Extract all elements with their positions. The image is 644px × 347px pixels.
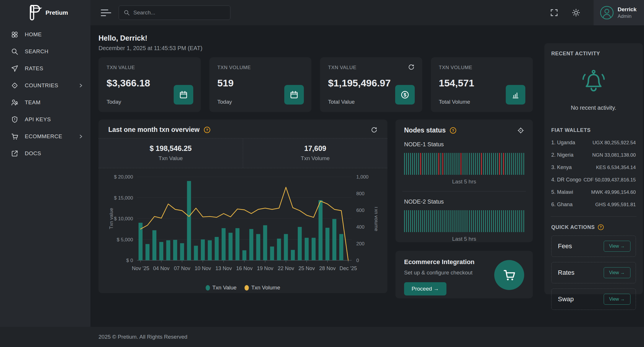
wallet-country: 5. Malawi: [551, 189, 573, 195]
svg-text:04 Nov: 04 Nov: [153, 266, 170, 271]
stat-label: TXN VALUE: [107, 65, 193, 71]
stat-card-txn-volume-today: TXN VOLUME 519 Today: [209, 57, 312, 112]
theme-sun-icon[interactable]: [572, 8, 580, 17]
svg-text:16 Nov: 16 Nov: [236, 266, 253, 271]
quick-actions-label: QUICK ACTIONS: [551, 224, 595, 230]
svg-text:Txn volume: Txn volume: [374, 206, 378, 231]
fullscreen-icon[interactable]: [550, 8, 558, 17]
help-icon[interactable]: [204, 126, 211, 133]
brand-name: Pretium: [46, 9, 68, 16]
wallet-row: 3. KenyaKES 6,534,354.14: [551, 164, 636, 170]
wallet-list: 1. UgandaUGX 80,255,922.54 2. NigeriaNGN…: [551, 140, 636, 208]
stat-card-txn-value-today: TXN VALUE $3,366.18 Today: [99, 57, 201, 112]
user-menu[interactable]: Derrick Admin: [594, 0, 644, 25]
view-swap-button[interactable]: View →: [604, 294, 630, 305]
sidebar-item-home[interactable]: HOME: [0, 26, 90, 43]
sidebar-item-label: API KEYS: [25, 116, 51, 123]
sidebar: Pretium HOME SEARCH RATES COUNTRIES: [0, 0, 90, 327]
svg-text:200: 200: [356, 241, 364, 246]
wallet-country: 1. Uganda: [551, 140, 575, 146]
menu-toggle-icon[interactable]: [101, 10, 111, 16]
view-rates-button[interactable]: View →: [604, 267, 630, 278]
chart-summary: $ 198,546.25 Txn Value 17,609 Txn Volume: [99, 138, 387, 168]
svg-text:13 Nov: 13 Nov: [215, 266, 232, 271]
sidebar-item-countries[interactable]: COUNTRIES: [0, 77, 90, 94]
legend-label: Txn Value: [212, 285, 236, 291]
svg-text:Txn value: Txn value: [109, 208, 114, 229]
wallet-country: 2. Nigeria: [551, 152, 573, 158]
svg-text:800: 800: [356, 191, 364, 196]
brand-logo[interactable]: Pretium: [0, 0, 90, 25]
wallet-amount: MWK 49,996,154.60: [591, 189, 636, 195]
sidebar-item-label: ECOMMERCE: [25, 133, 62, 140]
proceed-button[interactable]: Proceed →: [404, 282, 446, 295]
sidebar-item-label: TEAM: [25, 99, 41, 106]
content: Hello, Derrick! December 1, 2025 at 11:4…: [90, 25, 644, 327]
sidebar-item-label: RATES: [25, 65, 43, 72]
sidebar-item-ecommerce[interactable]: ECOMMERCE: [0, 128, 90, 145]
quick-action-rates: Rates View →: [551, 262, 636, 283]
copyright-text: 2025 © Pretium. All Rights Reserved: [99, 334, 187, 340]
shield-icon: [11, 116, 18, 123]
node-1-label: NODE-1 Status: [404, 141, 524, 148]
stat-label: TXN VALUE: [328, 65, 414, 71]
topbar: Derrick Admin: [90, 0, 644, 25]
svg-text:$ 0: $ 0: [126, 258, 133, 263]
svg-text:22 Nov: 22 Nov: [278, 266, 294, 271]
sidebar-item-docs[interactable]: DOCS: [0, 145, 90, 162]
summary-label: Txn Value: [99, 155, 243, 162]
quick-action-label: Swap: [558, 295, 574, 303]
refresh-icon[interactable]: [371, 126, 378, 133]
svg-text:0: 0: [356, 258, 359, 263]
crosshair-icon[interactable]: [517, 127, 524, 134]
sidebar-item-api-keys[interactable]: API KEYS: [0, 111, 90, 128]
grid-icon: [11, 31, 18, 38]
svg-text:10 Nov: 10 Nov: [195, 266, 211, 271]
node-1-status-strip: [404, 153, 524, 175]
refresh-icon[interactable]: [408, 64, 415, 71]
svg-text:600: 600: [356, 208, 364, 213]
footer: 2025 © Pretium. All Rights Reserved: [0, 327, 644, 347]
calendar-icon: [174, 85, 193, 105]
stat-label: TXN VOLUME: [439, 65, 525, 71]
stat-card-txn-volume-total: TXN VOLUME 154,571 Total Volume: [431, 57, 533, 112]
search-box: [119, 5, 230, 20]
sidebar-item-team[interactable]: TEAM: [0, 94, 90, 111]
pretium-logo-icon: [26, 3, 42, 22]
help-icon[interactable]: [598, 224, 604, 230]
stat-caption: Today: [107, 99, 121, 105]
sidebar-item-search[interactable]: SEARCH: [0, 43, 90, 60]
svg-text:19 Nov: 19 Nov: [257, 266, 273, 271]
svg-text:28 Nov: 28 Nov: [319, 266, 336, 271]
view-fees-button[interactable]: View →: [604, 241, 630, 252]
wallet-row: 5. MalawiMWK 49,996,154.60: [551, 189, 636, 195]
wallet-amount: KES 6,534,354.14: [596, 165, 636, 170]
summary-txn-value: $ 198,546.25: [99, 144, 243, 153]
diamond-move-icon: [11, 82, 18, 89]
external-link-icon: [11, 150, 18, 157]
wallet-amount: UGX 80,255,922.54: [592, 140, 636, 146]
calendar-icon: [284, 85, 304, 105]
node-1-caption: Last 5 hrs: [404, 179, 524, 185]
bar-chart-icon: [506, 85, 525, 105]
legend-dot-txn-volume: [245, 285, 249, 291]
svg-text:07 Nov: 07 Nov: [174, 266, 190, 271]
help-icon[interactable]: [450, 127, 457, 134]
sidebar-item-rates[interactable]: RATES: [0, 60, 90, 77]
wallet-row: 6. GhanaGHS 4,995,591.81: [551, 202, 636, 208]
greeting-datetime: December 1, 2025 at 11:45:53 PM (EAT): [99, 45, 533, 52]
svg-text:$ 15,000: $ 15,000: [114, 195, 133, 201]
svg-text:Nov '25: Nov '25: [132, 266, 149, 271]
avatar-icon: [600, 6, 614, 20]
cart-icon: [11, 133, 18, 140]
search-icon: [11, 48, 18, 55]
svg-text:400: 400: [356, 224, 364, 230]
search-input[interactable]: [133, 10, 226, 16]
legend-label: Txn Volume: [251, 285, 280, 291]
wallet-country: 6. Ghana: [551, 202, 573, 208]
wallet-amount: GHS 4,995,591.81: [595, 202, 636, 208]
nodes-title: Nodes status: [404, 126, 446, 134]
cart-icon: [503, 268, 516, 282]
wallet-amount: CDF 50,039,437,816.15: [584, 177, 636, 183]
svg-text:Dec '25: Dec '25: [340, 266, 357, 271]
